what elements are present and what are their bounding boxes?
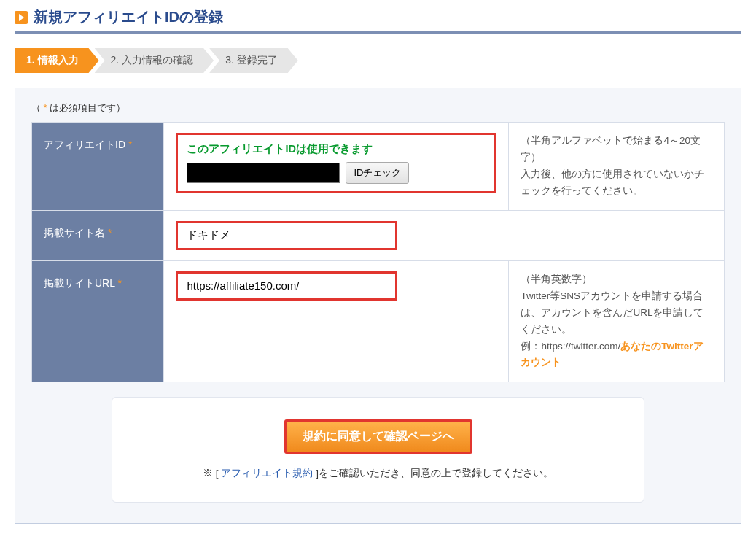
note-prefix: ※ [	[203, 468, 221, 479]
cell-site-url-input	[164, 260, 509, 382]
id-check-button[interactable]: IDチェック	[346, 162, 409, 184]
step-1: 1. 情報入力	[15, 48, 99, 73]
submit-panel: 規約に同意して確認ページへ ※ [ アフィリエイト規約 ]をご確認いただき、同意…	[112, 397, 644, 503]
label-site-url: 掲載サイトURL *	[32, 260, 164, 382]
row-affiliate-id: アフィリエイトID * このアフィリエイトIDは使用できます IDチェック （半…	[32, 123, 725, 211]
highlight-box	[176, 221, 397, 250]
hint-text: 入力後、他の方に使用されていないかチェックを行ってください。	[521, 169, 704, 196]
required-star-icon: *	[128, 139, 132, 150]
label-affiliate-id-text: アフィリエイトID	[44, 139, 125, 150]
paren-right: は必須項目です）	[50, 102, 125, 113]
page-title: 新規アフィリエイトIDの登録	[34, 7, 223, 27]
affiliate-id-input[interactable]	[187, 163, 340, 183]
id-input-row: IDチェック	[187, 162, 486, 184]
affiliate-terms-link[interactable]: アフィリエイト規約	[221, 468, 313, 479]
label-site-name-text: 掲載サイト名	[44, 227, 105, 239]
cell-affiliate-id-input: このアフィリエイトIDは使用できます IDチェック	[164, 123, 509, 211]
required-star-icon: *	[108, 227, 112, 239]
step-3: 3. 登録完了	[209, 48, 298, 73]
highlight-box	[176, 271, 397, 301]
agree-and-confirm-button[interactable]: 規約に同意して確認ページへ	[284, 419, 472, 454]
highlight-box: このアフィリエイトIDは使用できます IDチェック	[176, 133, 496, 193]
hint-text: Twitter等SNSアカウントを申請する場合は、アカウントを含んだURLを申請…	[521, 290, 704, 335]
cell-site-name-input	[164, 210, 725, 260]
site-url-input[interactable]	[181, 275, 392, 297]
form-panel: （ * は必須項目です） アフィリエイトID * このアフィリエイトIDは使用で…	[15, 88, 741, 524]
site-name-input[interactable]	[181, 225, 392, 247]
label-affiliate-id: アフィリエイトID *	[32, 123, 164, 211]
label-site-name: 掲載サイト名 *	[32, 210, 164, 260]
hint-affiliate-id: （半角アルファベットで始まる4～20文字） 入力後、他の方に使用されていないかチ…	[509, 123, 725, 211]
id-status-message: このアフィリエイトIDは使用できます	[187, 142, 486, 156]
wizard-steps: 1. 情報入力 2. 入力情報の確認 3. 登録完了	[15, 48, 741, 73]
arrow-right-icon	[15, 11, 28, 24]
hint-text: 例：https://twitter.com/	[521, 341, 620, 352]
hint-text: （半角英数字）	[521, 274, 592, 284]
hint-site-url: （半角英数字） Twitter等SNSアカウントを申請する場合は、アカウントを含…	[509, 260, 725, 382]
required-note: （ * は必須項目です）	[31, 101, 725, 115]
submit-note: ※ [ アフィリエイト規約 ]をご確認いただき、同意の上で登録してください。	[127, 467, 629, 480]
page-title-row: 新規アフィリエイトIDの登録	[15, 7, 741, 27]
row-site-url: 掲載サイトURL * （半角英数字） Twitter等SNSアカウントを申請する…	[32, 260, 725, 382]
row-site-name: 掲載サイト名 *	[32, 210, 725, 260]
note-suffix: ]をご確認いただき、同意の上で登録してください。	[313, 468, 553, 479]
step-2: 2. 入力情報の確認	[95, 48, 214, 73]
required-star-icon: *	[117, 277, 121, 289]
form-table: アフィリエイトID * このアフィリエイトIDは使用できます IDチェック （半…	[31, 122, 725, 382]
title-underline	[15, 31, 741, 34]
label-site-url-text: 掲載サイトURL	[44, 277, 115, 289]
paren-left: （	[31, 102, 41, 113]
required-star-icon: *	[41, 102, 50, 113]
hint-text: （半角アルファベットで始まる4～20文字）	[521, 135, 701, 163]
